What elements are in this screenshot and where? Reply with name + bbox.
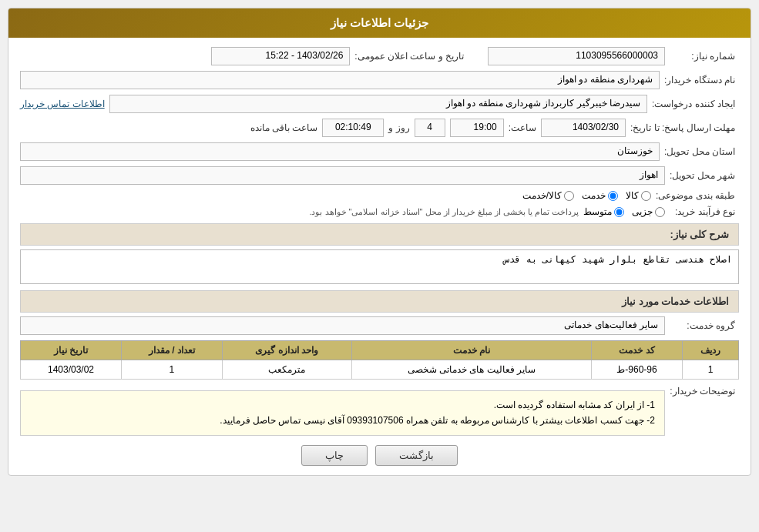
buyer-notes-box: 1- از ایران کد مشابه استفاده گردیده است.… (20, 390, 665, 436)
purchase-type-jozi[interactable]: جزیی (632, 206, 665, 217)
need-number-label: شماره نیاز: (670, 51, 739, 62)
cell-qty: 1 (122, 360, 223, 380)
services-table: ردیف کد خدمت نام خدمت واحد اندازه گیری ت… (20, 340, 739, 380)
category-radio-khedmat[interactable] (608, 191, 618, 201)
service-group-label: گروه خدمت: (670, 320, 739, 331)
deadline-days-label: روز و (388, 122, 409, 133)
need-desc-textarea[interactable] (20, 249, 739, 284)
col-name: نام خدمت (351, 341, 592, 360)
buyer-note-2: 2- جهت کسب اطلاعات بیشتر با کارشناس مربو… (30, 413, 655, 428)
city-label: شهر محل تحویل: (670, 170, 739, 181)
cell-name: سایر فعالیت های خدماتی شخصی (351, 360, 592, 380)
purchase-type-label: نوع فرآیند خرید: (670, 206, 739, 217)
category-radio-group: کالا خدمت کالا/خدمت (522, 190, 651, 201)
category-radio-kala[interactable] (641, 191, 651, 201)
deadline-days-value: 4 (415, 119, 445, 137)
remaining-value: 02:10:49 (322, 119, 384, 137)
buyer-org-label: نام دستگاه خریدار: (664, 75, 739, 85)
col-code: کد خدمت (592, 341, 683, 360)
cell-code: 960-96-ط (592, 360, 683, 380)
deadline-time-value: 19:00 (450, 119, 504, 137)
action-buttons: بازگشت چاپ (20, 445, 739, 466)
purchase-type-radio-jozi[interactable] (655, 207, 665, 217)
service-group-value: سایر فعالیت‌های خدماتی (20, 316, 665, 335)
cell-date: 1403/03/02 (21, 360, 122, 380)
deadline-date: 1403/02/30 (541, 119, 626, 137)
purchase-type-note: پرداخت تمام یا بخشی از مبلغ خریدار از مح… (309, 207, 579, 217)
purchase-type-radio-group: جزیی متوسط (583, 206, 665, 217)
announcement-date-value: 1403/02/26 - 15:22 (211, 47, 350, 65)
buyer-org-value: شهرداری منطقه دو اهواز (20, 71, 660, 89)
col-date: تاریخ نیاز (21, 341, 122, 360)
purchase-type-motavasset[interactable]: متوسط (583, 206, 624, 217)
back-button[interactable]: بازگشت (375, 445, 458, 466)
category-option-kala[interactable]: کالا (626, 190, 651, 201)
buyer-note-1: 1- از ایران کد مشابه استفاده گردیده است. (30, 397, 655, 413)
services-section-title: اطلاعات خدمات مورد نیاز (20, 290, 739, 313)
announcement-date-label: تاریخ و ساعت اعلان عمومی: (354, 51, 468, 62)
category-option-both[interactable]: کالا/خدمت (522, 190, 574, 201)
table-row: 1 960-96-ط سایر فعالیت های خدماتی شخصی م… (21, 360, 739, 380)
cell-unit: مترمکعب (222, 360, 351, 380)
buyer-notes-label: توضیحات خریدار: (670, 386, 739, 396)
contact-link[interactable]: اطلاعات تماس خریدار (20, 99, 105, 109)
remaining-label: ساعت باقی مانده (250, 122, 318, 133)
requester-value: سیدرضا خیبرگیر کاربرداز شهرداری منطقه دو… (109, 95, 647, 113)
deadline-label: مهلت ارسال پاسخ: تا تاریخ: (630, 122, 739, 133)
category-label: طبقه بندی موضوعی: (656, 190, 739, 201)
page-title: جزئیات اطلاعات نیاز (8, 8, 751, 38)
requester-label: ایجاد کننده درخواست: (652, 99, 739, 109)
col-qty: تعداد / مقدار (122, 341, 223, 360)
need-number-value: 1103095566000003 (488, 47, 665, 65)
city-value: اهواز (20, 166, 665, 185)
cell-row: 1 (682, 360, 738, 380)
category-radio-both[interactable] (564, 191, 574, 201)
print-button[interactable]: چاپ (301, 445, 368, 466)
province-label: استان محل تحویل: (664, 146, 739, 157)
col-row: ردیف (682, 341, 738, 360)
province-value: خوزستان (20, 142, 660, 161)
need-desc-section-title: شرح کلی نیاز: (20, 223, 739, 246)
purchase-type-radio-motavasset[interactable] (614, 207, 624, 217)
category-option-khedmat[interactable]: خدمت (582, 190, 618, 201)
deadline-time-label: ساعت: (509, 122, 536, 133)
col-unit: واحد اندازه گیری (222, 341, 351, 360)
